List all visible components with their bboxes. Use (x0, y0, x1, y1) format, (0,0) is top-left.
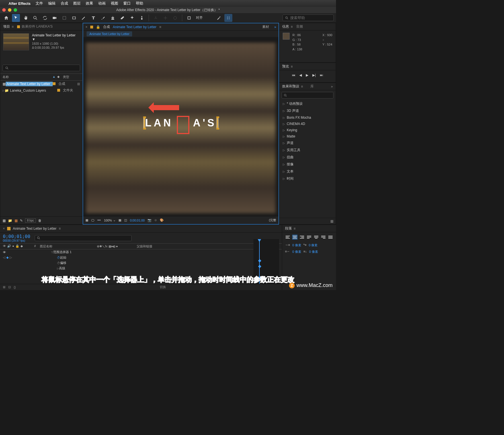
effect-category[interactable]: ▷扭曲 (279, 154, 336, 161)
folder-new-icon[interactable]: 📁 (8, 219, 12, 223)
expand-icon[interactable]: ▷ (57, 267, 59, 270)
text-tool[interactable] (89, 14, 97, 22)
snapping-icon[interactable] (185, 14, 193, 22)
keyframe-nav-next[interactable]: ▷ (10, 256, 12, 259)
indent-value[interactable]: 0 像素 (309, 250, 318, 254)
effects-search[interactable] (282, 92, 333, 99)
justify-last-left-button[interactable] (306, 235, 312, 240)
display-icon[interactable]: 🖵 (91, 219, 94, 222)
brush-tool[interactable] (99, 14, 107, 22)
col-parent[interactable]: 父级和链接 (137, 244, 165, 249)
brackets-icon[interactable]: {} (14, 286, 16, 289)
composition-thumbnail[interactable] (3, 33, 29, 50)
audio-icon[interactable]: 🔊 (7, 244, 11, 249)
paragraph-tab[interactable]: 段落 ≡ (285, 226, 296, 231)
keyframe-nav-prev[interactable]: ◁ (3, 256, 5, 259)
toggle-switches-icon[interactable]: ⊞ (3, 285, 5, 289)
comp-tab-name[interactable]: Animate Text Letter by Letter (113, 25, 156, 29)
panel-menu-icon[interactable]: ≡ (159, 25, 161, 29)
eraser-tool[interactable] (118, 14, 126, 22)
stopwatch-icon[interactable]: ⏱ (57, 261, 60, 265)
menu-edit[interactable]: 编辑 (48, 1, 56, 6)
justify-all-button[interactable] (328, 235, 333, 240)
color-mgmt-icon[interactable]: 🎨 (160, 218, 164, 222)
effects-search-input[interactable] (288, 93, 331, 97)
stopwatch-icon[interactable]: ⏱ (57, 256, 60, 259)
preview-tab[interactable]: 预览 ≡ (282, 64, 293, 69)
color-tag-icon[interactable] (57, 89, 60, 92)
trash-icon[interactable]: 🗑 (38, 219, 42, 223)
eye-icon[interactable]: 👁 (3, 244, 6, 249)
close-tab-icon[interactable]: × (3, 227, 5, 231)
flowchart-icon[interactable]: ⊞ (77, 82, 80, 86)
effect-category[interactable]: ▷Keying (279, 127, 336, 133)
menu-window[interactable]: 窗口 (123, 1, 131, 6)
first-frame-button[interactable]: ⏮ (292, 73, 295, 77)
effect-category[interactable]: ▷声道 (279, 139, 336, 147)
project-tab[interactable]: 项目≡ (3, 24, 14, 29)
hand-tool[interactable] (22, 14, 30, 22)
play-button[interactable]: ▶ (306, 73, 308, 77)
channel-icon[interactable]: ⊗ (154, 218, 157, 222)
color-tag-icon[interactable] (53, 82, 56, 85)
effect-category[interactable]: ▷实用工具 (279, 147, 336, 154)
last-frame-button[interactable]: ⏭ (320, 73, 323, 77)
audio-tab[interactable]: 音频 (296, 24, 303, 29)
effects-tab[interactable]: 效果和预设 ≡ (282, 84, 303, 89)
panel-expand-icon[interactable]: » (331, 85, 333, 89)
keyframe-icon[interactable] (258, 276, 261, 279)
app-name[interactable]: After Effects (9, 1, 30, 6)
adjust-icon[interactable]: ✎ (20, 219, 23, 223)
puppet-tool[interactable] (138, 14, 146, 22)
timeline-search-input[interactable] (42, 236, 130, 240)
effect-category[interactable]: ▷Matte (279, 133, 336, 139)
effect-category[interactable]: ▷抠像 (279, 161, 336, 168)
settings-icon[interactable] (224, 14, 232, 22)
comp-name[interactable]: Animate Text Letter by Letter ▼ (32, 33, 79, 41)
zoom-tool[interactable] (31, 14, 39, 22)
camera-tool[interactable] (51, 14, 59, 22)
switch-label[interactable]: 切换 (160, 285, 166, 289)
pan-behind-tool[interactable] (60, 14, 68, 22)
pen-tool[interactable] (80, 14, 88, 22)
solo-icon[interactable]: ● (12, 244, 14, 249)
label-icon[interactable]: ◆ (21, 244, 23, 249)
close-tab-icon[interactable]: × (85, 25, 87, 29)
3d-axis2-icon[interactable] (161, 14, 169, 22)
effect-category[interactable]: ▷CINEMA 4D (279, 121, 336, 127)
menu-layer[interactable]: 图层 (73, 1, 81, 6)
timeline-search[interactable] (35, 235, 132, 241)
selection-tool[interactable] (12, 14, 20, 22)
effect-category[interactable]: ▷时间 (279, 175, 336, 182)
magnify-icon[interactable]: ▦ (85, 218, 88, 222)
snapshot-icon[interactable]: 📷 (147, 218, 151, 222)
library-tab[interactable]: 库 (310, 84, 314, 89)
lock-icon[interactable]: 🔒 (96, 25, 100, 29)
interpret-icon[interactable]: ▦ (3, 219, 6, 223)
search-help-field[interactable] (282, 15, 334, 21)
bpc-toggle[interactable]: 8 bpc (25, 218, 36, 223)
col-layer[interactable]: 图层名称 (40, 244, 97, 249)
roto-brush-tool[interactable] (128, 14, 136, 22)
justify-last-center-button[interactable] (314, 235, 319, 240)
3d-axis-icon[interactable] (152, 14, 160, 22)
resolution-dropdown[interactable]: (完整 (269, 218, 276, 222)
lock-icon[interactable]: 🔒 (15, 244, 19, 249)
effect-category[interactable]: ▷Boris FX Mocha (279, 114, 336, 121)
timeline-track-area[interactable] (253, 239, 279, 284)
indent-value[interactable]: 0 像素 (309, 243, 317, 247)
effect-category[interactable]: ▷文本 (279, 168, 336, 175)
align-right-button[interactable] (299, 235, 305, 240)
next-frame-button[interactable]: ▶| (312, 73, 316, 77)
menu-composition[interactable]: 合成 (61, 1, 68, 6)
range-selector-end[interactable] (216, 117, 218, 129)
mask-icon[interactable]: 👓 (97, 218, 101, 222)
toggle-modes-icon[interactable]: ⊡ (8, 285, 11, 289)
justify-last-right-button[interactable] (321, 235, 326, 240)
indent-value[interactable]: 0 像素 (292, 250, 301, 254)
project-search[interactable] (3, 65, 80, 71)
effect-category[interactable]: ▷* 动画预设 (279, 100, 336, 107)
clone-stamp-tool[interactable] (109, 14, 117, 22)
comp-new-icon[interactable]: ▦ (15, 219, 18, 223)
project-item-folder[interactable]: ▷ 📁 Laneka_Custom Layers 文件夹 (0, 87, 82, 94)
